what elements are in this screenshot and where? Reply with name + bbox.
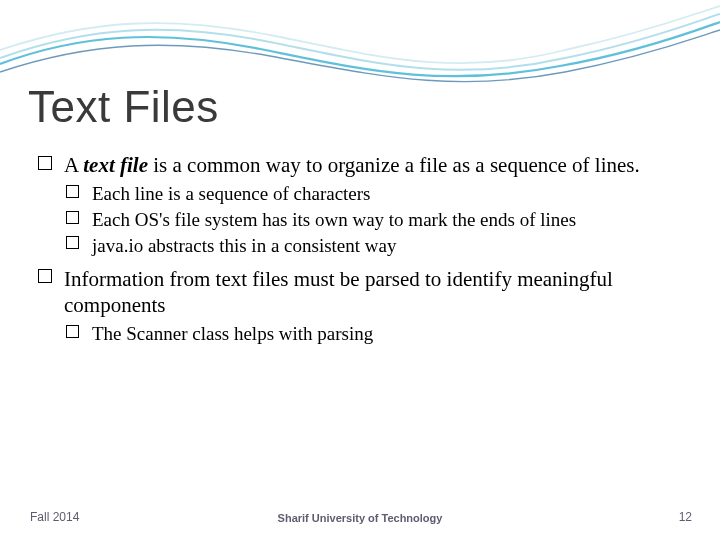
bullet-1b: Each OS's file system has its own way to…	[66, 208, 690, 232]
footer-org: Sharif University of Technology	[0, 512, 720, 524]
bullet-1c-text: java.io abstracts this in a consistent w…	[92, 235, 396, 256]
bullet-1-emphasis: text file	[83, 153, 148, 177]
bullet-1b-text: Each OS's file system has its own way to…	[92, 209, 576, 230]
bullet-1-text-post: is a common way to organize a file as a …	[148, 153, 640, 177]
bullet-2a: The Scanner class helps with parsing	[66, 322, 690, 346]
bullet-2a-text: The Scanner class helps with parsing	[92, 323, 373, 344]
bullet-1a: Each line is a sequence of characters	[66, 182, 690, 206]
square-bullet-icon	[66, 185, 79, 198]
square-bullet-icon	[66, 325, 79, 338]
wave-svg	[0, 0, 720, 85]
decorative-wave	[0, 0, 720, 85]
bullet-2-text: Information from text files must be pars…	[64, 267, 613, 317]
square-bullet-icon	[38, 269, 52, 283]
slide-title: Text Files	[28, 82, 219, 132]
footer-page-number: 12	[679, 510, 692, 524]
bullet-1c: java.io abstracts this in a consistent w…	[66, 234, 690, 258]
bullet-1a-text: Each line is a sequence of characters	[92, 183, 371, 204]
slide-content: A text file is a common way to organize …	[38, 152, 690, 348]
square-bullet-icon	[66, 211, 79, 224]
square-bullet-icon	[38, 156, 52, 170]
bullet-1-text-pre: A	[64, 153, 83, 177]
bullet-2: Information from text files must be pars…	[38, 266, 690, 319]
square-bullet-icon	[66, 236, 79, 249]
bullet-1: A text file is a common way to organize …	[38, 152, 690, 178]
slide: Text Files A text file is a common way t…	[0, 0, 720, 540]
